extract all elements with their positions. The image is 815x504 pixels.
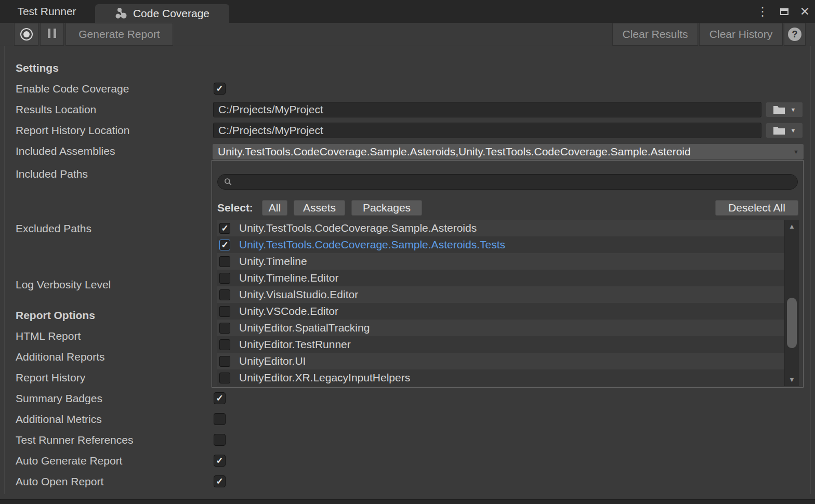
report-history-label: Report History [16,370,85,385]
assembly-checkbox[interactable]: ✓ [219,356,230,367]
auto-open-report-checkbox[interactable]: ✓ [214,475,226,487]
results-location-browse-button[interactable]: ▼ [766,102,803,117]
dropdown-arrow-icon: ▼ [791,128,796,134]
dropdown-arrow-icon: ▼ [791,107,796,113]
help-icon: ? [788,28,801,41]
included-paths-label: Included Paths [16,167,88,181]
assembly-list-item[interactable]: ✓ Unity.VisualStudio.Editor [217,286,799,303]
report-history-browse-button[interactable]: ▼ [766,123,803,138]
close-icon[interactable]: ✕ [800,6,810,18]
summary-badges-checkbox[interactable]: ✓ [214,392,226,404]
assembly-checkbox[interactable]: ✓ [219,339,230,350]
included-assemblies-label: Included Assemblies [16,144,115,158]
select-assets-button[interactable]: Assets [294,200,345,216]
assembly-name: UnityEditor.TestRunner [239,338,351,351]
excluded-paths-label: Excluded Paths [16,221,91,236]
assembly-list-item[interactable]: ✓ Unity.VSCode.Editor [217,303,799,320]
included-assemblies-popup: Select: All Assets Packages Deselect All… [212,160,804,388]
additional-metrics-label: Additional Metrics [16,412,102,427]
report-options-section-title: Report Options [16,308,95,323]
deselect-all-button[interactable]: Deselect All [715,200,798,216]
generate-report-button[interactable]: Generate Report [65,23,173,46]
assembly-list-item[interactable]: ✓ UnityEditor.SpatialTracking [217,320,799,336]
clear-results-button[interactable]: Clear Results [612,23,698,46]
check-icon: ✓ [216,84,223,93]
check-icon: ✓ [216,456,223,465]
tab-test-runner[interactable]: Test Runner [0,0,94,23]
test-runner-references-label: Test Runner References [16,433,133,447]
folder-icon [773,105,785,114]
additional-reports-label: Additional Reports [16,350,105,364]
summary-badges-label: Summary Badges [16,391,102,406]
enable-code-coverage-checkbox[interactable]: ✓ [214,83,226,95]
toolbar: Generate Report Clear Results Clear Hist… [0,23,815,46]
code-coverage-icon [115,7,128,20]
results-location-label: Results Location [16,102,96,117]
test-runner-references-checkbox[interactable]: ✓ [214,434,226,446]
enable-code-coverage-label: Enable Code Coverage [16,82,129,96]
report-history-location-label: Report History Location [16,123,129,138]
kebab-menu-icon[interactable]: ⋮ [757,6,769,18]
maximize-icon[interactable] [780,8,788,15]
assembly-name: Unity.Timeline [239,255,307,268]
assembly-list-item[interactable]: ✓ Unity.TestTools.CodeCoverage.Sample.As… [217,236,799,253]
assembly-checkbox[interactable]: ✓ [219,273,230,284]
search-icon [224,178,232,186]
clear-history-button[interactable]: Clear History [699,23,783,46]
tab-code-coverage-label: Code Coverage [133,7,209,20]
select-all-button[interactable]: All [262,200,287,216]
assembly-checkbox[interactable]: ✓ [219,323,230,334]
included-assemblies-dropdown[interactable]: Unity.TestTools.CodeCoverage.Sample.Aste… [213,144,804,160]
assembly-search-input[interactable] [236,176,791,189]
assembly-checkbox[interactable]: ✓ [219,289,230,300]
window-controls: ⋮ ✕ [757,0,810,23]
assembly-name: Unity.VSCode.Editor [239,305,338,317]
included-assemblies-value: Unity.TestTools.CodeCoverage.Sample.Aste… [218,145,691,157]
assembly-name: Unity.VisualStudio.Editor [239,288,358,301]
titlebar: Test Runner Code Coverage ⋮ ✕ [0,0,815,23]
assembly-list-item[interactable]: ✓ Unity.Timeline.Editor [217,270,799,286]
report-history-location-field[interactable]: C:/Projects/MyProject [213,123,761,138]
assembly-name: UnityEditor.UI [239,355,306,367]
assembly-name: UnityEditor.XR.LegacyInputHelpers [239,372,410,384]
auto-generate-report-checkbox[interactable]: ✓ [214,455,226,467]
assembly-list-item[interactable]: ✓ UnityEditor.UI [217,353,799,369]
assembly-list-item[interactable]: ✓ UnityEditor.XR.LegacyInputHelpers [217,369,799,386]
code-coverage-window: Test Runner Code Coverage ⋮ ✕ [0,0,815,504]
tab-code-coverage[interactable]: Code Coverage [95,4,229,23]
assembly-list-item[interactable]: ✓ Unity.Timeline [217,253,799,270]
settings-panel: Settings Enable Code Coverage Results Lo… [0,46,815,499]
html-report-label: HTML Report [16,329,81,343]
check-icon: ✓ [216,394,223,403]
scroll-up-icon[interactable]: ▲ [785,223,799,230]
record-button[interactable] [14,23,38,46]
assembly-checkbox[interactable]: ✓ [219,223,230,234]
assembly-list: ✓ Unity.TestTools.CodeCoverage.Sample.As… [217,220,799,386]
pause-button[interactable] [40,23,64,46]
assembly-checkbox[interactable]: ✓ [219,373,230,383]
dropdown-arrow-icon: ▼ [793,149,799,155]
log-verbosity-level-label: Log Verbosity Level [16,277,111,292]
assembly-search[interactable] [217,174,798,190]
assembly-checkbox[interactable]: ✓ [219,240,230,250]
scroll-thumb[interactable] [787,298,797,348]
assembly-list-scrollbar[interactable]: ▲ ▼ [784,220,799,386]
pause-icon [46,28,58,41]
assembly-list-item[interactable]: ✓ UnityEditor.TestRunner [217,336,799,353]
assembly-name: Unity.Timeline.Editor [239,272,338,284]
check-icon: ✓ [216,477,223,486]
assembly-checkbox[interactable]: ✓ [219,256,230,267]
check-icon: ✓ [221,224,228,233]
assembly-list-item[interactable]: ✓ Unity.TestTools.CodeCoverage.Sample.As… [217,220,799,236]
help-button[interactable]: ? [784,23,806,46]
select-label: Select: [217,200,253,216]
additional-metrics-checkbox[interactable]: ✓ [214,413,226,425]
results-location-field[interactable]: C:/Projects/MyProject [213,102,761,117]
settings-section-title: Settings [16,61,59,75]
select-packages-button[interactable]: Packages [351,200,422,216]
left-frame-divider [4,46,5,494]
auto-open-report-label: Auto Open Report [16,474,103,489]
scroll-down-icon[interactable]: ▼ [785,376,799,383]
assembly-checkbox[interactable]: ✓ [219,306,230,317]
assembly-name: Unity.TestTools.CodeCoverage.Sample.Aste… [239,238,505,251]
